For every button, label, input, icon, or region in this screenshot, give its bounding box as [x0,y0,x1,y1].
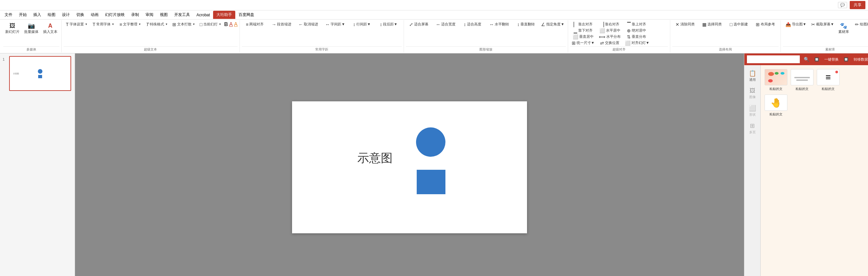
canvas-circle [416,128,445,157]
draw-board-btn[interactable]: ✏ 绘图板▼ [852,22,868,27]
menu-devtools[interactable]: 开发工具 [171,11,193,19]
new-slide-icon: 🖼 [9,23,16,29]
new-slide-btn[interactable]: 🖼 新幻灯片 [3,22,22,36]
angle-icon: ∠ [541,22,545,27]
export-fig-label: 导出图▼ [792,22,806,27]
align-right-btn[interactable]: ▕ 靠右对齐 [597,22,623,27]
sidebar-item-general[interactable]: 📋 通用 [745,68,760,84]
align-left-label: 靠左对齐 [578,22,593,27]
clipboard-item-4[interactable]: 🤚 粘贴的文 [765,95,787,117]
center-v-label: 垂直居中 [579,34,594,39]
menu-acrobat[interactable]: Acrobat [193,11,213,19]
spacing-items: ≡ 两端对齐 → 段首缩进 ← 取消缩进 ↔ 字间距▼ ↕ 行间距▼ [242,22,402,46]
menu-review[interactable]: 审阅 [142,11,157,19]
slide-canvas[interactable]: 示意图 [292,101,527,233]
special-format-btn[interactable]: T 特殊格式 ▼ [144,22,170,27]
cut-screen-btn[interactable]: ✂ 截取屏幕▼ [810,22,836,27]
paste2-line2 [794,77,810,78]
sidebar-item-shape[interactable]: ⬜ 形状 [745,103,760,119]
menu-file[interactable]: 文件 [1,11,16,19]
clipboard-item-1[interactable]: 粘贴的文 [765,69,787,91]
chat-button[interactable]: 💬 [838,2,847,8]
font-settings-btn[interactable]: T 字体设置 ▼ [64,22,90,27]
align-bottom-btn[interactable]: ▁ 靠下对齐 [570,28,596,33]
slide-align-btn[interactable]: ⬜ 对齐幻灯▼ [624,40,651,46]
right-panel-body: 📋 通用 🖼 图像 ⬜ 形状 ⊞ 多页 [744,65,868,276]
vflip-btn[interactable]: ↕ 垂直翻转 [513,22,539,27]
clipboard-item-2[interactable]: 粘贴的文 [790,69,813,91]
align-both-label: 两端对齐 [249,22,264,27]
current-slide-btn[interactable]: □ 当前幻灯 ▼ [197,22,223,27]
menu-design[interactable]: 设计 [59,11,73,19]
export-fig-btn[interactable]: 📤 导出图▼ [783,22,809,27]
angle-btn[interactable]: ∠ 指定角度▼ [540,22,566,27]
sidebar-item-image[interactable]: 🖼 图像 [745,85,760,101]
dot-pink [768,72,774,76]
text-layout-btn[interactable]: ≡ 文字整理 ▼ [117,22,143,27]
select-same-btn[interactable]: ▦ 选择同类 [699,22,725,27]
current-slide-label: 当前幻灯 [203,22,218,27]
align-both-btn[interactable]: ≡ 两端对齐 [242,22,268,27]
font-settings-icon: T [66,22,69,27]
menu-dajiang[interactable]: 大珩助手 [213,11,235,19]
general-icon: 📋 [749,70,756,77]
share-button[interactable]: 共享 [850,1,865,9]
clipboard-transfer-btn[interactable]: 转移数据库 [852,56,868,63]
common-font-btn[interactable]: T 常用字体 ▼ [90,22,117,27]
hflip-icon: ↔ [489,22,494,27]
line-spacing-btn[interactable]: ↕ 行间距▼ [349,22,375,27]
center-v-btn[interactable]: ⬜ 垂直居中 [570,34,596,39]
menu-start[interactable]: 开始 [16,11,30,19]
menu-slideshow[interactable]: 幻灯片放映 [102,11,128,19]
material-lib-btn[interactable]: 🐾 素材库 [836,22,851,36]
clipboard-replace-btn[interactable]: 一键替换 [823,56,840,63]
distribute-h-btn[interactable]: ⟺ 水平分布 [597,34,623,39]
slide-num-1: 1 [3,57,7,61]
sidebar-item-multipage[interactable]: ⊞ 多页 [745,120,760,137]
menu-switch[interactable]: 切换 [73,11,88,19]
distribute-v-btn[interactable]: ⇅ 垂直分布 [624,34,650,39]
text-layout-label: 文字整理 [123,22,137,27]
fit-height-icon: ↕ [464,22,466,27]
text-scatter-btn[interactable]: ⊞ 文本打散 ▼ [170,22,197,27]
cancel-indent-btn[interactable]: ← 取消缩进 [295,22,321,27]
align-left-btn[interactable]: ▏ 靠左对齐 [570,22,596,27]
batch-media-btn[interactable]: 📷 批量媒体 [22,22,40,36]
menu-baidu[interactable]: 百度网盘 [235,11,257,19]
para-spacing-btn[interactable]: ↕ 段后距▼ [376,22,402,27]
clipboard-search-btn[interactable]: 🔍 [802,56,811,63]
fit-screen-btn[interactable]: ⤢ 适合屏幕 [406,22,432,27]
menu-draw[interactable]: 绘图 [44,11,59,19]
fit-height-btn[interactable]: ↕ 适合高度 [460,22,486,27]
line-spacing-label: 行间距▼ [356,22,371,27]
swap-btn[interactable]: ⇄ 交换位置 [597,40,623,46]
clipboard-preview-3: ≡ [817,69,840,85]
select-new-btn[interactable]: □ 选中新建 [726,22,752,27]
align-top-btn[interactable]: ▔ 靠上对齐 [624,22,650,27]
char-spacing-btn[interactable]: ↔ 字间距▼ [322,22,348,27]
fit-width-btn[interactable]: ↔ 适合宽度 [433,22,459,27]
clear-same-btn[interactable]: ✕ 清除同类 [672,22,698,27]
clipboard-preview-1 [765,69,787,85]
center-abs-btn[interactable]: ⊕ 绝对居中 [624,28,650,33]
menu-animation[interactable]: 动画 [88,11,102,19]
menu-view[interactable]: 视图 [157,11,171,19]
bold-btn[interactable]: B [224,22,228,27]
material-items: 📤 导出图▼ ✂ 截取屏幕▼ 🐾 素材库 ✏ 绘图板▼ [783,22,868,46]
indent-first-btn[interactable]: → 段首缩进 [269,22,294,27]
menu-record[interactable]: 录制 [128,11,142,19]
slide-thumbnail-1[interactable]: 示意图 [9,56,71,91]
line-spacing-icon: ↕ [353,22,355,27]
hflip-btn[interactable]: ↔ 水平翻转 [486,22,512,27]
same-size-btn[interactable]: ⊞ 统一尺寸▼ [570,40,596,46]
clipboard-item-3[interactable]: ≡ 粘贴的文 [817,69,840,91]
color-a2-btn[interactable]: A [234,22,238,27]
center-h-label: 水平居中 [606,28,620,33]
red-badge [835,71,838,73]
menu-insert[interactable]: 插入 [30,11,44,19]
insert-text-btn[interactable]: A 插入文本 [41,22,59,36]
center-h-btn[interactable]: ⬜ 水平居中 [597,28,623,33]
clipboard-search-input[interactable] [747,56,800,63]
layout-ref-btn[interactable]: ⊞ 布局参考 [752,22,779,27]
color-a1-btn[interactable]: A [229,22,233,27]
